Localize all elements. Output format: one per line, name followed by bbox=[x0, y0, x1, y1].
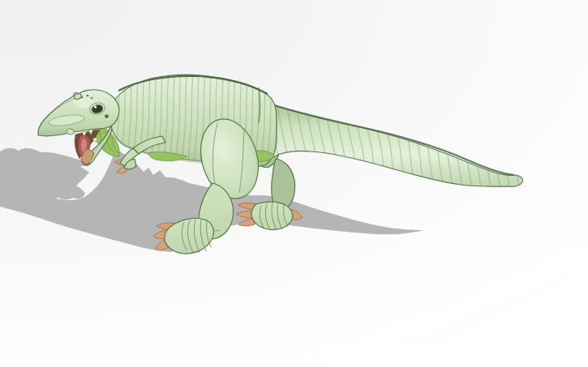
cheek-pit bbox=[105, 114, 109, 118]
dinosaur-tail bbox=[270, 104, 523, 186]
viewport-3d[interactable] bbox=[0, 0, 588, 367]
shadow-head bbox=[0, 148, 91, 200]
ground-plane-highlight bbox=[268, 241, 588, 367]
viewport-canvas[interactable] bbox=[0, 0, 588, 367]
tail-segment-lines bbox=[270, 104, 523, 186]
eye-glint bbox=[94, 105, 97, 109]
